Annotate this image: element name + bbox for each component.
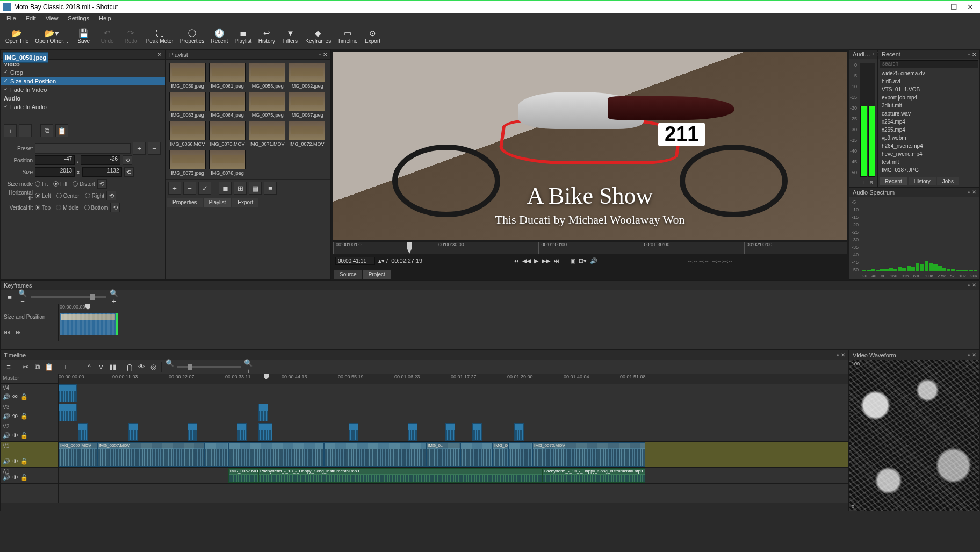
playlist-check-button[interactable]: ✓ xyxy=(198,182,211,195)
timeline-clip[interactable]: IMG_007 xyxy=(493,442,509,467)
timeline-clip[interactable] xyxy=(59,384,77,402)
kf-zoom-in-button[interactable]: 🔍+ xyxy=(109,289,119,305)
track-mute-button[interactable]: 🔊 xyxy=(3,458,10,465)
timeline-clip[interactable] xyxy=(349,423,358,441)
forward-button[interactable]: ▶▶ xyxy=(542,257,550,264)
playlist-grid-view-button[interactable]: ⊞ xyxy=(234,182,247,195)
kf-zoom-slider[interactable] xyxy=(31,296,106,298)
panel-pop-icon[interactable]: ▫ xyxy=(319,52,321,58)
menu-settings[interactable]: Settings xyxy=(63,14,93,23)
vfit-radio-bottom[interactable]: Bottom xyxy=(84,205,109,211)
tab-source[interactable]: Source xyxy=(334,270,362,279)
toolbar-open-other--button[interactable]: 📂▾Open Other… xyxy=(33,25,70,48)
playlist-add-button[interactable]: + xyxy=(168,182,181,195)
track-header-V2[interactable]: V2🔊👁🔓 xyxy=(1,422,58,442)
toolbar-save-button[interactable]: 💾Save xyxy=(73,25,95,48)
track-hide-button[interactable]: 👁 xyxy=(12,432,18,439)
grid-button[interactable]: ⊞▾ xyxy=(579,257,587,264)
menu-view[interactable]: View xyxy=(41,14,63,23)
track-hide-button[interactable]: 👁 xyxy=(12,393,18,400)
timeline-clip[interactable]: Pachyderm_-_13_-_Happy_Song_instrumental… xyxy=(542,468,645,483)
copy-filter-button[interactable]: ⧉ xyxy=(40,124,53,137)
toolbar-undo-button[interactable]: ↶Undo xyxy=(97,25,118,48)
timeline-clip[interactable] xyxy=(460,442,493,467)
timeline-clip[interactable] xyxy=(324,442,426,467)
sizemode-radio-fill[interactable]: Fill xyxy=(53,181,67,187)
position-reset-button[interactable]: ⟲ xyxy=(122,155,132,165)
size-reset-button[interactable]: ⟲ xyxy=(124,167,134,177)
toolbar-keyframes-button[interactable]: ◆Keyframes xyxy=(303,25,333,48)
track-mute-button[interactable]: 🔊 xyxy=(3,432,10,439)
playlist-list-view-button[interactable]: ≣ xyxy=(219,182,232,195)
menu-file[interactable]: File xyxy=(2,14,20,23)
toolbar-filters-button[interactable]: ▼Filters xyxy=(279,25,301,48)
vfit-radio-top[interactable]: Top xyxy=(35,205,51,211)
tab-playlist[interactable]: Playlist xyxy=(204,198,232,207)
playlist-item[interactable]: IMG_0067.jpeg xyxy=(289,92,325,118)
toolbar-peak-meter-button[interactable]: ⛶Peak Meter xyxy=(144,25,176,48)
paste-filter-button[interactable]: 📋 xyxy=(55,124,68,137)
rewind-button[interactable]: ◀◀ xyxy=(522,257,531,264)
tab-properties[interactable]: Properties xyxy=(167,198,203,207)
tab-history[interactable]: History xyxy=(909,177,936,185)
track-lock-button[interactable]: 🔓 xyxy=(20,432,28,439)
preset-dropdown[interactable] xyxy=(35,143,131,154)
filter-item[interactable]: Fade In Audio xyxy=(1,103,165,111)
maximize-button[interactable]: ☐ xyxy=(950,3,957,11)
tl-paste-button[interactable]: 📋 xyxy=(44,363,54,371)
playlist-item[interactable]: IMG_0076.jpeg xyxy=(209,150,246,176)
filter-item[interactable]: Fade In Video xyxy=(1,85,165,94)
vfit-reset-button[interactable]: ⟲ xyxy=(110,203,120,212)
track-header-V1[interactable]: V1🔊👁🔓 xyxy=(1,442,58,468)
kf-prev-button[interactable]: ⏮ xyxy=(4,328,10,336)
toolbar-redo-button[interactable]: ↷Redo xyxy=(120,25,142,48)
timeline-clip[interactable]: IMG_0057.MOV xyxy=(97,442,205,467)
volume-button[interactable]: 🔊 xyxy=(590,257,597,264)
timeline-clip[interactable] xyxy=(228,442,324,467)
timeline-clip[interactable]: Pachyderm_-_13_-_Happy_Song_instrumental… xyxy=(258,468,542,483)
playlist-item[interactable]: IMG_0071.MOV xyxy=(249,121,285,147)
recent-item[interactable]: IMG_0187.JPG xyxy=(878,166,979,174)
playlist-item[interactable]: IMG_0073.jpeg xyxy=(169,150,206,176)
panel-close-icon[interactable]: ✕ xyxy=(323,52,327,58)
timeline-clip[interactable] xyxy=(445,423,455,441)
panel-pop-icon[interactable]: ▫ xyxy=(873,51,875,57)
track-lock-button[interactable]: 🔓 xyxy=(20,413,28,420)
timeline-clip[interactable] xyxy=(128,423,138,441)
sizemode-reset-button[interactable]: ⟲ xyxy=(97,179,107,189)
minimize-button[interactable]: — xyxy=(933,3,941,11)
tl-append-button[interactable]: + xyxy=(61,363,70,371)
timeline-clip[interactable]: IMG_0057.MOV xyxy=(59,442,97,467)
tl-overwrite-button[interactable]: v xyxy=(96,363,106,371)
toolbar-export-button[interactable]: ⊙Export xyxy=(362,25,384,48)
kf-zoom-out-button[interactable]: 🔍− xyxy=(18,289,27,305)
playlist-item[interactable]: IMG_0058.jpeg xyxy=(249,63,285,89)
skip-start-button[interactable]: ⏮ xyxy=(513,257,519,264)
close-button[interactable]: ✕ xyxy=(967,3,974,11)
toolbar-recent-button[interactable]: 🕘Recent xyxy=(208,25,230,48)
recent-item[interactable]: hiri5.avi xyxy=(878,77,979,85)
recent-item[interactable]: 3dlut.mlt xyxy=(878,102,979,110)
tl-zoom-slider[interactable] xyxy=(177,366,241,368)
remove-filter-button[interactable]: − xyxy=(19,124,32,137)
sizemode-radio-distort[interactable]: Distort xyxy=(73,181,95,187)
panel-pop-icon[interactable]: ▫ xyxy=(968,282,970,288)
menu-help[interactable]: Help xyxy=(95,14,116,23)
timeline-clip[interactable] xyxy=(258,423,272,441)
hfit-reset-button[interactable]: ⟲ xyxy=(106,191,116,200)
recent-item[interactable]: VTS_01_1.VOB xyxy=(878,85,979,94)
panel-pop-icon[interactable]: ▫ xyxy=(837,352,839,358)
tab-export[interactable]: Export xyxy=(232,198,258,207)
kf-playhead[interactable] xyxy=(88,304,88,341)
recent-search-input[interactable]: search xyxy=(880,60,978,68)
track-lock-button[interactable]: 🔓 xyxy=(20,393,28,400)
skip-end-button[interactable]: ⏭ xyxy=(553,257,559,264)
track-mute-button[interactable]: 🔊 xyxy=(3,413,10,420)
panel-close-icon[interactable]: ✕ xyxy=(972,189,976,195)
toolbar-playlist-button[interactable]: ≣Playlist xyxy=(232,25,254,48)
toolbar-open-file-button[interactable]: 📂Open File xyxy=(3,25,31,48)
timeline-clip[interactable] xyxy=(258,404,268,421)
track-header-V4[interactable]: V4🔊👁🔓 xyxy=(1,384,58,403)
panel-pop-icon[interactable]: ▫ xyxy=(968,189,970,195)
tl-lift-button[interactable]: ^ xyxy=(84,363,94,371)
